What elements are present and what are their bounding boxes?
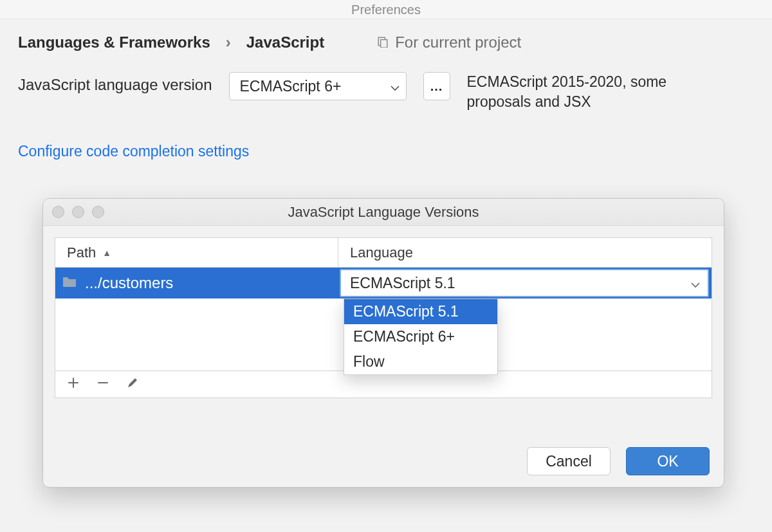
column-header-path[interactable]: Path ▲ [55, 238, 338, 267]
language-cell[interactable]: ECMAScript 5.1 [338, 268, 712, 298]
edit-button[interactable] [126, 376, 139, 393]
ok-button[interactable]: OK [626, 447, 710, 475]
table-row[interactable]: .../customers ECMAScript 5.1 [55, 268, 712, 298]
add-button[interactable] [67, 376, 80, 393]
minimize-icon[interactable] [72, 206, 84, 218]
dropdown-item[interactable]: Flow [344, 349, 497, 374]
column-header-language[interactable]: Language [338, 244, 712, 261]
language-version-label: JavaScript language version [18, 72, 212, 94]
zoom-icon[interactable] [92, 206, 104, 218]
window-controls [52, 206, 104, 218]
language-version-description: ECMAScript 2015-2020, some proposals and… [467, 72, 686, 112]
row-language-select[interactable]: ECMAScript 5.1 [340, 269, 709, 297]
language-dropdown: ECMAScript 5.1 ECMAScript 6+ Flow [344, 298, 498, 375]
scope-label: For current project [377, 33, 521, 51]
chevron-down-icon [391, 78, 400, 95]
project-scope-icon [377, 33, 389, 51]
chevron-down-icon [691, 275, 700, 292]
folder-icon [62, 274, 77, 292]
dialog-title: JavaScript Language Versions [43, 204, 724, 221]
window-title: Preferences [0, 0, 772, 19]
close-icon[interactable] [52, 206, 64, 218]
breadcrumb-root[interactable]: Languages & Frameworks [18, 33, 210, 51]
svg-rect-1 [381, 40, 387, 48]
path-cell[interactable]: .../customers [55, 268, 338, 298]
cancel-button[interactable]: Cancel [527, 447, 611, 475]
breadcrumb-separator: › [226, 33, 231, 51]
language-version-select[interactable]: ECMAScript 6+ [229, 72, 407, 100]
remove-button[interactable] [96, 376, 109, 393]
breadcrumb: Languages & Frameworks › JavaScript For … [18, 33, 754, 51]
more-options-button[interactable]: ... [423, 72, 450, 100]
language-versions-dialog: JavaScript Language Versions Path ▲ Lang… [42, 198, 724, 488]
dropdown-item[interactable]: ECMAScript 5.1 [344, 299, 497, 324]
dialog-titlebar: JavaScript Language Versions [43, 199, 724, 226]
sort-asc-icon: ▲ [102, 248, 111, 258]
breadcrumb-leaf: JavaScript [246, 33, 324, 51]
dropdown-item[interactable]: ECMAScript 6+ [344, 324, 497, 349]
configure-completion-link[interactable]: Configure code completion settings [18, 143, 754, 160]
paths-table: Path ▲ Language .../customers ECMAScript… [55, 237, 712, 398]
